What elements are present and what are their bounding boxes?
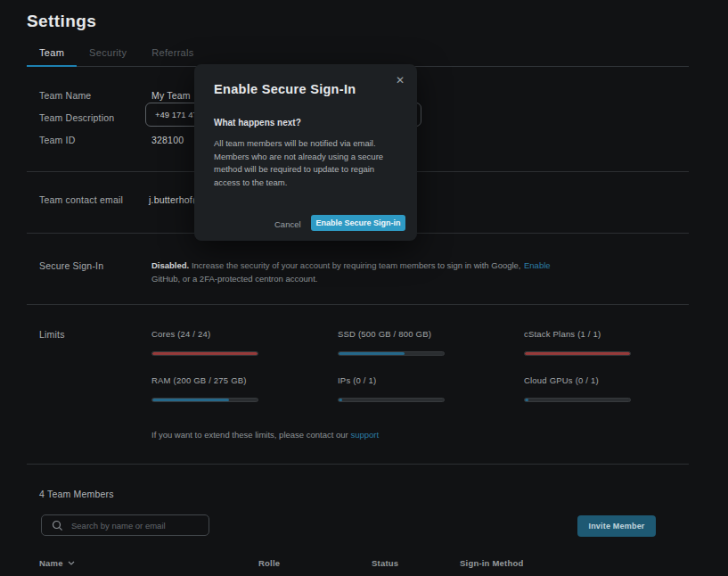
chevron-down-icon <box>68 561 75 565</box>
column-header-role[interactable]: Rolle <box>258 558 280 568</box>
modal-title: Enable Secure Sign-In <box>214 82 356 96</box>
confirm-enable-button[interactable]: Enable Secure Sign-in <box>311 215 405 231</box>
team-name-label: Team Name <box>39 90 91 101</box>
enable-secure-signin-modal: ✕ Enable Secure Sign-In What happens nex… <box>194 64 417 241</box>
page-title: Settings <box>27 12 96 31</box>
contact-email-label: Team contact email <box>39 194 123 205</box>
modal-subheading: What happens next? <box>214 118 301 128</box>
secure-signin-status: Disabled. <box>151 260 189 270</box>
divider <box>27 304 689 305</box>
support-note: If you want to extend these limits, plea… <box>151 430 379 440</box>
limit-ssd: SSD (500 GB / 800 GB) <box>338 329 507 356</box>
member-search-input[interactable] <box>71 521 199 531</box>
progress-bar <box>524 351 631 356</box>
tab-referrals[interactable]: Referrals <box>139 47 206 66</box>
tab-team[interactable]: Team <box>27 47 77 66</box>
tab-security[interactable]: Security <box>77 47 139 66</box>
progress-bar <box>524 398 631 402</box>
secure-signin-label: Secure Sign-In <box>39 260 103 271</box>
invite-member-button[interactable]: Invite Member <box>577 515 656 537</box>
column-header-signin-method[interactable]: Sign-in Method <box>460 558 523 568</box>
divider <box>27 464 689 465</box>
search-icon <box>52 520 63 531</box>
team-name-value: My Team <box>151 90 191 101</box>
progress-bar <box>151 398 258 402</box>
limit-cores: Cores (24 / 24) <box>151 329 321 356</box>
limit-ram: RAM (200 GB / 275 GB) <box>151 375 321 402</box>
limits-label: Limits <box>39 329 65 340</box>
team-id-value: 328100 <box>151 135 184 145</box>
limit-ips: IPs (0 / 1) <box>338 375 507 402</box>
team-id-label: Team ID <box>39 135 76 145</box>
enable-secure-signin-link[interactable]: Enable <box>524 260 551 270</box>
progress-bar <box>338 398 445 402</box>
settings-page: Settings Team Security Referrals Team Na… <box>0 0 728 576</box>
column-header-name[interactable]: Name <box>39 558 75 568</box>
close-icon[interactable]: ✕ <box>393 72 407 88</box>
team-members-heading: 4 Team Members <box>39 489 114 499</box>
progress-bar <box>338 351 445 356</box>
limit-cstack-plans: cStack Plans (1 / 1) <box>524 329 693 356</box>
modal-body-text: All team members will be notified via em… <box>214 137 403 189</box>
cancel-button[interactable]: Cancel <box>274 219 301 229</box>
progress-bar <box>151 351 258 356</box>
limit-cloud-gpus: Cloud GPUs (0 / 1) <box>524 375 693 402</box>
member-search[interactable] <box>41 514 209 536</box>
support-link[interactable]: support <box>350 430 379 440</box>
team-description-label: Team Description <box>39 112 114 123</box>
secure-signin-description: Disabled. Increase the security of your … <box>151 259 535 285</box>
column-header-status[interactable]: Status <box>372 558 398 568</box>
